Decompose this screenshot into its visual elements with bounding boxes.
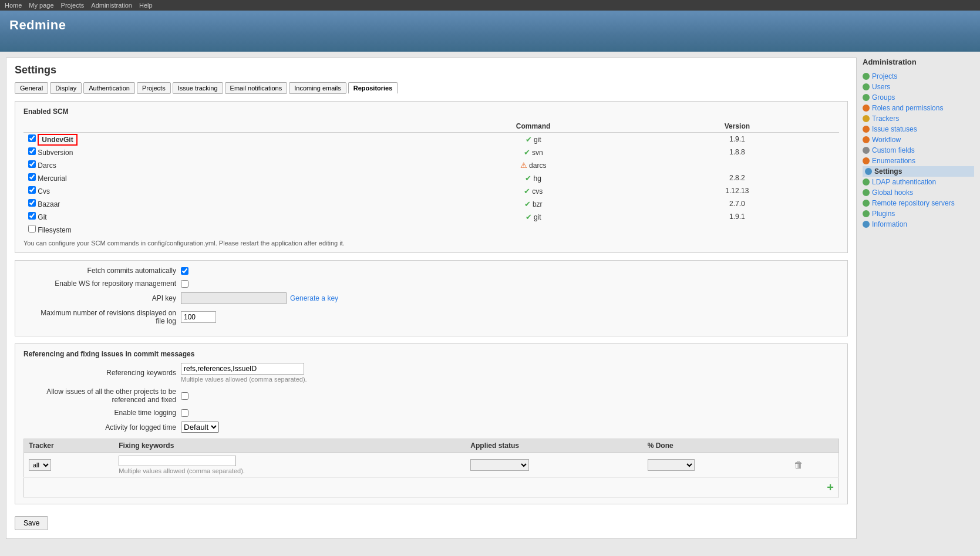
sidebar-item-remote-repository-servers[interactable]: Remote repository servers xyxy=(863,198,974,208)
sidebar-link-issue-statuses[interactable]: Issue statuses xyxy=(872,125,917,133)
api-key-row: API key Generate a key xyxy=(23,292,839,304)
max-revisions-row: Maximum number of revisions displayed on… xyxy=(23,309,839,325)
max-revisions-input[interactable] xyxy=(181,311,216,323)
sidebar-item-projects[interactable]: Projects xyxy=(863,71,974,82)
sidebar-item-users[interactable]: Users xyxy=(863,82,974,92)
tracker-select[interactable]: all xyxy=(29,459,51,471)
nav-home[interactable]: Home xyxy=(5,2,22,9)
scm-cmd-git: ✔ git xyxy=(432,210,635,223)
tab-issue-tracking[interactable]: Issue tracking xyxy=(173,82,223,94)
scm-section-title: Enabled SCM xyxy=(23,107,839,116)
green-dot-icon xyxy=(863,178,870,186)
sidebar-item-settings[interactable]: Settings xyxy=(863,166,974,177)
generate-key-link[interactable]: Generate a key xyxy=(290,294,338,302)
add-row-icon[interactable]: + xyxy=(827,481,834,494)
fetch-commits-checkbox[interactable] xyxy=(181,267,188,275)
scm-checkbox-darcs[interactable] xyxy=(28,160,36,168)
sidebar-link-plugins[interactable]: Plugins xyxy=(872,210,895,218)
settings-tabs: General Display Authentication Projects … xyxy=(15,82,848,94)
ref-keywords-label: Referencing keywords xyxy=(23,369,176,377)
max-revisions-label: Maximum number of revisions displayed on… xyxy=(23,309,176,325)
green-dot-icon xyxy=(863,73,870,80)
nav-help[interactable]: Help xyxy=(139,2,153,9)
sidebar-link-ldap-authentication[interactable]: LDAP authentication xyxy=(872,178,936,186)
orange-dot-icon xyxy=(863,126,870,133)
tab-authentication[interactable]: Authentication xyxy=(83,82,135,94)
scm-name-bazaar: Bazaar xyxy=(38,200,60,208)
sidebar-link-enumerations[interactable]: Enumerations xyxy=(872,157,915,165)
add-row-row: + xyxy=(24,478,839,498)
sidebar-item-roles-and-permissions[interactable]: Roles and permissions xyxy=(863,103,974,113)
sidebar-item-workflow[interactable]: Workflow xyxy=(863,134,974,145)
sidebar-link-remote-repository-servers[interactable]: Remote repository servers xyxy=(872,199,955,207)
tab-repositories[interactable]: Repositories xyxy=(348,82,398,94)
scm-version-filesystem xyxy=(635,223,839,236)
tab-general[interactable]: General xyxy=(15,82,48,94)
sidebar-item-trackers[interactable]: Trackers xyxy=(863,113,974,124)
check-icon: ✔ xyxy=(526,213,532,221)
api-key-label: API key xyxy=(23,294,176,302)
sidebar-link-global-hooks[interactable]: Global hooks xyxy=(872,188,913,197)
warn-icon: ⚠ xyxy=(520,161,527,170)
scm-checkbox-undevgit[interactable] xyxy=(28,134,36,142)
sidebar-item-global-hooks[interactable]: Global hooks xyxy=(863,187,974,198)
nav-mypage[interactable]: My page xyxy=(29,2,53,9)
sidebar-link-roles-and-permissions[interactable]: Roles and permissions xyxy=(872,104,943,112)
sidebar-item-groups[interactable]: Groups xyxy=(863,92,974,103)
sidebar-item-plugins[interactable]: Plugins xyxy=(863,208,974,219)
sidebar-link-users[interactable]: Users xyxy=(872,83,890,91)
sidebar-item-issue-statuses[interactable]: Issue statuses xyxy=(863,124,974,134)
fixing-keywords-input[interactable] xyxy=(119,456,236,466)
enable-time-logging-checkbox[interactable] xyxy=(181,409,188,417)
yellow-dot-icon xyxy=(863,115,870,122)
content-area: Settings General Display Authentication … xyxy=(6,58,857,539)
tab-projects[interactable]: Projects xyxy=(137,82,171,94)
save-button[interactable]: Save xyxy=(15,516,48,530)
orange-dot-icon xyxy=(863,105,870,112)
applied-status-select[interactable] xyxy=(470,459,529,471)
scm-checkbox-bazaar[interactable] xyxy=(28,199,36,207)
sidebar-item-custom-fields[interactable]: Custom fields xyxy=(863,145,974,156)
allow-other-projects-checkbox[interactable] xyxy=(181,392,188,400)
ref-keywords-hint: Multiple values allowed (comma separated… xyxy=(181,376,307,383)
pct-done-select[interactable] xyxy=(648,459,695,471)
sidebar-link-projects[interactable]: Projects xyxy=(872,72,897,80)
sidebar-link-information[interactable]: Information xyxy=(872,220,907,228)
sidebar-link-trackers[interactable]: Trackers xyxy=(872,114,899,123)
page-title: Settings xyxy=(15,64,848,76)
api-key-input[interactable] xyxy=(181,292,287,304)
scm-name-git: Git xyxy=(38,213,46,221)
sidebar-link-groups[interactable]: Groups xyxy=(872,93,895,102)
sidebar-link-settings[interactable]: Settings xyxy=(874,167,902,176)
scm-checkbox-cvs[interactable] xyxy=(28,186,36,194)
scm-checkbox-subversion[interactable] xyxy=(28,147,36,155)
scm-checkbox-filesystem[interactable] xyxy=(28,225,36,232)
top-navigation: Home My page Projects Administration Hel… xyxy=(0,0,980,11)
blue-dot-icon xyxy=(865,168,872,175)
delete-row-icon[interactable]: 🗑 xyxy=(794,460,803,470)
scm-checkbox-mercurial[interactable] xyxy=(28,173,36,181)
nav-projects[interactable]: Projects xyxy=(61,2,85,9)
commit-section: Referencing and fixing issues in commit … xyxy=(15,343,848,504)
sidebar-link-workflow[interactable]: Workflow xyxy=(872,136,901,144)
tab-display[interactable]: Display xyxy=(50,82,82,94)
tab-incoming-emails[interactable]: Incoming emails xyxy=(289,82,346,94)
check-icon: ✔ xyxy=(525,174,531,183)
sidebar-item-enumerations[interactable]: Enumerations xyxy=(863,156,974,166)
sidebar-item-information[interactable]: Information xyxy=(863,219,974,230)
nav-administration[interactable]: Administration xyxy=(91,2,132,9)
ref-keywords-input[interactable] xyxy=(181,363,304,375)
blue-dot-icon xyxy=(863,221,870,228)
sidebar-item-ldap-authentication[interactable]: LDAP authentication xyxy=(863,177,974,187)
tab-email-notifications[interactable]: Email notifications xyxy=(225,82,288,94)
sidebar-link-custom-fields[interactable]: Custom fields xyxy=(872,146,915,154)
scm-row: Bazaar✔ bzr2.7.0 xyxy=(23,197,839,210)
sidebar-title: Administration xyxy=(863,58,974,66)
col-pct-done: % Done xyxy=(643,439,789,453)
check-icon: ✔ xyxy=(526,135,532,144)
enable-ws-checkbox[interactable] xyxy=(181,280,188,288)
activity-select[interactable]: Default xyxy=(181,422,219,433)
scm-version-darcs xyxy=(635,159,839,171)
scm-version-undevgit: 1.9.1 xyxy=(635,133,839,146)
scm-checkbox-git[interactable] xyxy=(28,212,36,220)
